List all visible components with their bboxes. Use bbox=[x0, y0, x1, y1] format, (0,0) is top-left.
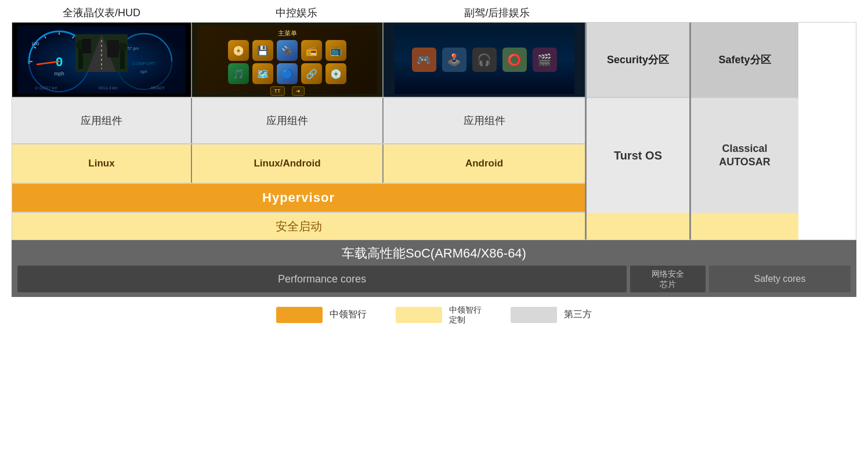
headphones-icon: 🎧 bbox=[472, 48, 497, 72]
svg-text:mph: mph bbox=[54, 71, 64, 77]
hud-svg: 0 mph 100 0 140 bbox=[17, 26, 186, 94]
center-icons-row-2: 🎵 🗺️ 🔵 🔗 💿 bbox=[228, 63, 346, 84]
legend-yellow-box bbox=[396, 307, 442, 323]
rear-screenshot: 🎮 🕹️ 🎧 ⭕ 🎬 bbox=[384, 23, 585, 97]
app-row: 应用组件 应用组件 应用组件 bbox=[12, 98, 585, 144]
safeboot-row: 安全启动 bbox=[12, 213, 585, 240]
input-icon: 🔗 bbox=[301, 63, 322, 84]
legend-label-2: 中领智行 定制 bbox=[449, 305, 482, 325]
soc-title: 车载高性能SoC(ARM64/X86-64) bbox=[342, 245, 526, 262]
os-linux-android-cell: Linux/Android bbox=[192, 144, 384, 183]
circle-icon: ⭕ bbox=[502, 48, 527, 72]
security-top: Security分区 bbox=[587, 23, 689, 98]
security-safeboot bbox=[587, 213, 689, 240]
center-icons-row-3: TT ➜ bbox=[270, 86, 305, 96]
tv-icon: 📺 bbox=[326, 40, 346, 61]
legend-label-3: 第三方 bbox=[564, 309, 592, 321]
classical-autosar-label: ClassicalAUTOSAR bbox=[719, 142, 771, 169]
controller-icon: 🕹️ bbox=[442, 48, 466, 72]
legend-row: 中领智行 中领智行 定制 第三方 bbox=[12, 305, 856, 325]
bt-icon: 🔵 bbox=[277, 63, 298, 84]
legend-gray-box bbox=[511, 307, 557, 323]
legend-orange-box bbox=[276, 307, 323, 323]
header-row: 全液晶仪表/HUD 中控娱乐 副驾/后排娱乐 bbox=[12, 6, 856, 20]
game-icon: 🎮 bbox=[412, 48, 436, 72]
svg-rect-20 bbox=[120, 49, 125, 69]
perf-cores-box: Performance cores bbox=[17, 266, 627, 292]
safeboot-label: 安全启动 bbox=[276, 219, 322, 234]
nav-icon: 🗺️ bbox=[252, 63, 273, 84]
soc-cores-row: Performance cores 网络安全 芯片 Safety cores bbox=[17, 266, 851, 292]
header-rear: 副驾/后排娱乐 bbox=[402, 6, 593, 20]
usb-icon: 🔌 bbox=[277, 40, 298, 61]
safety-cores-box: Safety cores bbox=[709, 266, 851, 292]
app-rear-cell: 应用组件 bbox=[384, 98, 585, 143]
rear-icons-row: 🎮 🕹️ 🎧 ⭕ 🎬 bbox=[412, 48, 557, 72]
center-graphic: 主菜单 📀 💾 🔌 📻 📺 🎵 🗺️ 🔵 🔗 bbox=[197, 26, 377, 94]
soc-section: 车载高性能SoC(ARM64/X86-64) Performance cores… bbox=[12, 240, 856, 297]
main-container: 全液晶仪表/HUD 中控娱乐 副驾/后排娱乐 bbox=[0, 0, 868, 331]
left-section: 0 mph 100 0 140 bbox=[12, 23, 587, 240]
diagram-area: 0 mph 100 0 140 bbox=[12, 22, 856, 240]
legend-label-1: 中领智行 bbox=[330, 309, 367, 321]
svg-text:0: 0 bbox=[28, 60, 31, 65]
os-row: Linux Linux/Android Android bbox=[12, 144, 585, 184]
hypervisor-label: Hypervisor bbox=[262, 190, 335, 205]
hypervisor-row: Hypervisor bbox=[12, 184, 585, 213]
svg-text:kph: kph bbox=[140, 70, 147, 74]
ipod-icon: 🎵 bbox=[228, 63, 249, 84]
forward-btn[interactable]: ➜ bbox=[292, 86, 305, 96]
dvd-icon: 📀 bbox=[228, 40, 249, 61]
soc-title-row: 车载高性能SoC(ARM64/X86-64) bbox=[17, 245, 851, 262]
radio-icon: 📻 bbox=[301, 40, 322, 61]
security-section: Security分区 Turst OS bbox=[587, 23, 691, 240]
network-chip-label: 网络安全 芯片 bbox=[652, 269, 684, 289]
classical-cell: ClassicalAUTOSAR bbox=[691, 98, 798, 213]
header-center: 中控娱乐 bbox=[201, 6, 392, 20]
svg-rect-23 bbox=[82, 39, 91, 53]
header-hud: 全液晶仪表/HUD bbox=[12, 6, 191, 20]
hud-screenshot: 0 mph 100 0 140 bbox=[12, 23, 192, 97]
legend-item-2: 中领智行 定制 bbox=[396, 305, 482, 325]
security-partition-label: Security分区 bbox=[607, 53, 669, 67]
safety-top: Safety分区 bbox=[691, 23, 798, 98]
turst-os-cell: Turst OS bbox=[587, 98, 689, 213]
os-linux-cell: Linux bbox=[12, 144, 192, 183]
app-hud-cell: 应用组件 bbox=[12, 98, 192, 143]
safety-safeboot bbox=[691, 213, 798, 240]
svg-text:READY: READY bbox=[151, 86, 165, 90]
svg-text:100: 100 bbox=[31, 41, 39, 46]
center-icons-row-1: 📀 💾 🔌 📻 📺 bbox=[228, 40, 346, 61]
safety-section: Safety分区 ClassicalAUTOSAR bbox=[691, 23, 798, 240]
screenshots-row: 0 mph 100 0 140 bbox=[12, 23, 585, 98]
svg-text:COMFORT: COMFORT bbox=[132, 61, 155, 66]
os-android-cell: Android bbox=[384, 144, 585, 183]
network-chip-box: 网络安全 芯片 bbox=[630, 266, 706, 292]
app-center-cell: 应用组件 bbox=[192, 98, 384, 143]
cdc-icon: 💿 bbox=[326, 63, 346, 84]
rear-graphic: 🎮 🕹️ 🎧 ⭕ 🎬 bbox=[395, 26, 574, 94]
svg-text:0011.4 km: 0011.4 km bbox=[99, 86, 118, 90]
legend-item-3: 第三方 bbox=[511, 307, 592, 323]
tt-btn[interactable]: TT bbox=[270, 86, 285, 96]
svg-rect-22 bbox=[107, 40, 119, 57]
sd-icon: 💾 bbox=[252, 40, 273, 61]
svg-point-21 bbox=[118, 42, 127, 52]
film-icon: 🎬 bbox=[533, 48, 557, 72]
center-screenshot: 主菜单 📀 💾 🔌 📻 📺 🎵 🗺️ 🔵 🔗 bbox=[192, 23, 384, 97]
center-menu-title: 主菜单 bbox=[278, 29, 297, 38]
svg-text:⊙ 01077 km: ⊙ 01077 km bbox=[35, 86, 57, 90]
turst-os-label: Turst OS bbox=[614, 149, 662, 162]
safety-partition-label: Safety分区 bbox=[718, 53, 771, 67]
legend-item-1: 中领智行 bbox=[276, 307, 367, 323]
